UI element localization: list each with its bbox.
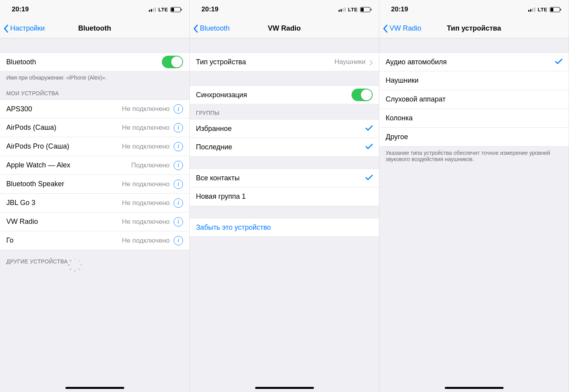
back-label: Настройки	[10, 24, 45, 33]
type-option-row[interactable]: Наушники	[379, 71, 569, 90]
battery-icon	[360, 7, 370, 12]
signal-icon	[528, 7, 535, 12]
device-name: JBL Go 3	[6, 199, 122, 207]
status-right: LTE	[149, 7, 181, 13]
other-devices-header: ДРУГИЕ УСТРОЙСТВА	[0, 250, 189, 268]
device-name: Bluetooth Speaker	[6, 180, 122, 188]
back-button[interactable]: Bluetooth	[190, 24, 230, 33]
info-icon[interactable]: i	[174, 180, 183, 189]
device-row[interactable]: AirPods Pro (Саша)Не подключеноi	[0, 137, 189, 156]
forget-device-row[interactable]: Забыть это устройство	[190, 218, 379, 237]
other-devices-label: ДРУГИЕ УСТРОЙСТВА	[6, 258, 68, 265]
my-devices-header: МОИ УСТРОЙСТВА	[0, 82, 189, 100]
status-bar: 20:19 LTE	[379, 0, 569, 19]
screen-device-type: 20:19 LTE VW Radio Тип устройства Аудио …	[379, 0, 569, 392]
content: Аудио автомобиляНаушникиСлуховой аппарат…	[379, 38, 569, 392]
device-status: Не подключено	[122, 218, 170, 226]
type-option-row[interactable]: Слуховой аппарат	[379, 90, 569, 109]
network-label: LTE	[348, 7, 358, 13]
status-time: 20:19	[201, 5, 218, 13]
discoverable-footer: Имя при обнаружении: «iPhone (Alex)».	[0, 71, 189, 82]
option-name: Слуховой аппарат	[386, 95, 562, 103]
groups-list-1: ИзбранноеПоследние	[190, 119, 379, 157]
device-row[interactable]: Bluetooth SpeakerНе подключеноi	[0, 175, 189, 194]
sync-label: Синхронизация	[196, 91, 352, 99]
device-name: AirPods (Саша)	[6, 123, 122, 132]
network-label: LTE	[158, 7, 168, 13]
device-status: Не подключено	[122, 143, 170, 151]
group-row[interactable]: Новая группа 1	[190, 187, 379, 206]
back-button[interactable]: Настройки	[0, 24, 45, 33]
signal-icon	[149, 7, 156, 12]
nav-bar: Bluetooth VW Radio	[190, 19, 379, 38]
device-row[interactable]: ГоНе подключеноi	[0, 231, 189, 250]
type-option-row[interactable]: Другое	[379, 128, 569, 147]
check-icon	[554, 58, 562, 67]
device-row[interactable]: AirPods (Саша)Не подключеноi	[0, 118, 189, 137]
status-right: LTE	[528, 7, 560, 13]
device-row[interactable]: JBL Go 3Не подключеноi	[0, 194, 189, 212]
option-name: Другое	[386, 133, 562, 141]
info-icon[interactable]: i	[174, 161, 183, 170]
option-name: Колонка	[386, 114, 562, 122]
check-icon	[364, 124, 373, 133]
type-option-row[interactable]: Аудио автомобиля	[379, 53, 569, 71]
signal-icon	[339, 7, 346, 12]
device-name: Apple Watch — Alex	[6, 161, 131, 169]
type-footer: Указание типа устройства обеспечит точно…	[379, 147, 569, 164]
group-row[interactable]: Избранное	[190, 119, 379, 138]
device-row[interactable]: Apple Watch — AlexПодключеноi	[0, 156, 189, 175]
home-indicator	[255, 387, 314, 389]
group-name: Новая группа 1	[196, 192, 373, 201]
status-time: 20:19	[12, 5, 29, 13]
sync-row[interactable]: Синхронизация	[190, 85, 379, 104]
home-indicator	[445, 387, 504, 389]
info-icon[interactable]: i	[174, 217, 183, 227]
battery-icon	[170, 7, 181, 12]
check-icon	[364, 143, 373, 152]
device-type-value: Наушники	[335, 58, 366, 66]
device-status: Подключено	[131, 162, 170, 169]
content: Bluetooth Имя при обнаружении: «iPhone (…	[0, 38, 189, 392]
group-row[interactable]: Последние	[190, 138, 379, 157]
info-icon[interactable]: i	[174, 123, 183, 132]
status-bar: 20:19 LTE	[190, 0, 379, 19]
groups-list-2: Все контактыНовая группа 1	[190, 169, 379, 206]
device-status: Не подключено	[122, 180, 170, 188]
option-name: Аудио автомобиля	[386, 58, 554, 66]
bluetooth-toggle-label: Bluetooth	[6, 58, 162, 66]
content: Тип устройства Наушники Синхронизация ГР…	[190, 38, 379, 392]
chevron-left-icon	[382, 24, 388, 33]
back-label: VW Radio	[390, 24, 421, 33]
screen-bluetooth: 20:19 LTE Настройки Bluetooth Bluetooth …	[0, 0, 190, 392]
device-type-row[interactable]: Тип устройства Наушники	[190, 53, 379, 71]
info-icon[interactable]: i	[174, 104, 183, 114]
chevron-left-icon	[193, 24, 198, 33]
type-options-list: Аудио автомобиляНаушникиСлуховой аппарат…	[379, 53, 569, 147]
back-button[interactable]: VW Radio	[379, 24, 421, 33]
option-name: Наушники	[386, 76, 562, 85]
chevron-right-icon	[370, 59, 373, 65]
bluetooth-toggle-row[interactable]: Bluetooth	[0, 53, 189, 71]
forget-label: Забыть это устройство	[196, 223, 373, 232]
group-row[interactable]: Все контакты	[190, 169, 379, 187]
info-icon[interactable]: i	[174, 236, 183, 245]
device-name: Го	[6, 236, 122, 245]
back-label: Bluetooth	[200, 24, 230, 33]
group-name: Избранное	[196, 125, 364, 133]
device-status: Не подключено	[122, 105, 170, 113]
type-option-row[interactable]: Колонка	[379, 109, 569, 128]
sync-toggle[interactable]	[352, 89, 373, 101]
device-row[interactable]: VW RadioНе подключеноi	[0, 212, 189, 231]
status-time: 20:19	[391, 5, 408, 13]
spinner-icon	[71, 258, 78, 265]
device-name: AirPods Pro (Саша)	[6, 142, 122, 151]
info-icon[interactable]: i	[174, 198, 183, 208]
device-status: Не подключено	[122, 124, 170, 132]
device-status: Не подключено	[122, 199, 170, 207]
device-row[interactable]: APS300Не подключеноi	[0, 100, 189, 118]
home-indicator	[65, 387, 124, 389]
info-icon[interactable]: i	[174, 142, 183, 151]
nav-bar: Настройки Bluetooth	[0, 19, 189, 38]
bluetooth-toggle[interactable]	[162, 56, 183, 68]
